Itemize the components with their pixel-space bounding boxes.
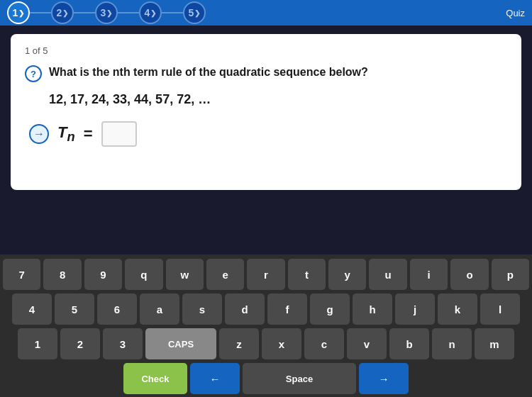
step-5[interactable]: 5 ❯: [183, 1, 206, 24]
key-1[interactable]: 1: [18, 328, 57, 359]
key-w[interactable]: w: [166, 259, 204, 290]
key-4[interactable]: 4: [12, 293, 52, 325]
key-q[interactable]: q: [125, 259, 162, 290]
question-text: What is the nth term rule of the quadrat…: [49, 65, 368, 80]
step-1[interactable]: 1 ❯: [7, 1, 30, 24]
key-2[interactable]: 2: [60, 328, 100, 359]
caps-button[interactable]: CAPS: [145, 328, 216, 359]
step-4[interactable]: 4 ❯: [139, 1, 162, 24]
quiz-label: Quiz: [506, 8, 525, 18]
key-t[interactable]: t: [288, 259, 326, 290]
question-number: 1 of 5: [25, 45, 507, 56]
key-f[interactable]: f: [267, 293, 307, 325]
key-u[interactable]: u: [369, 259, 406, 290]
keyboard: 7 8 9 q w e r t y u i o p 4 5 6 a s d f …: [0, 255, 532, 397]
step-3[interactable]: 3 ❯: [95, 1, 118, 24]
key-b[interactable]: b: [389, 328, 429, 359]
check-button[interactable]: Check: [123, 363, 187, 394]
sequence-text: 12, 17, 24, 33, 44, 57, 72, …: [49, 92, 507, 107]
answer-equals: =: [84, 125, 93, 143]
forward-button[interactable]: →: [359, 363, 409, 394]
key-3[interactable]: 3: [103, 328, 143, 359]
keyboard-row-3: 1 2 3 CAPS z x c v b n m: [3, 328, 529, 359]
question-row: ? What is the nth term rule of the quadr…: [25, 65, 507, 82]
key-8[interactable]: 8: [43, 259, 81, 290]
key-s[interactable]: s: [182, 293, 222, 325]
question-card: 1 of 5 ? What is the nth term rule of th…: [11, 34, 521, 190]
backspace-button[interactable]: ←: [190, 363, 240, 394]
keyboard-row-1: 7 8 9 q w e r t y u i o p: [3, 259, 529, 290]
key-9[interactable]: 9: [84, 259, 122, 290]
key-e[interactable]: e: [206, 259, 244, 290]
answer-input[interactable]: [101, 121, 137, 147]
key-r[interactable]: r: [247, 259, 284, 290]
key-p[interactable]: p: [492, 259, 529, 290]
answer-variable: Tn: [57, 123, 75, 145]
key-d[interactable]: d: [225, 293, 265, 325]
key-c[interactable]: c: [304, 328, 344, 359]
key-x[interactable]: x: [262, 328, 301, 359]
key-j[interactable]: j: [395, 293, 435, 325]
answer-arrow-icon: →: [29, 124, 49, 144]
key-h[interactable]: h: [353, 293, 392, 325]
step-progress: 1 ❯ 2 ❯ 3 ❯ 4 ❯ 5 ❯: [7, 1, 206, 24]
question-icon: ?: [25, 65, 42, 82]
answer-row: → Tn =: [29, 121, 507, 147]
key-l[interactable]: l: [480, 293, 520, 325]
key-k[interactable]: k: [438, 293, 477, 325]
keyboard-row-2: 4 5 6 a s d f g h j k l: [3, 293, 529, 325]
key-5[interactable]: 5: [55, 293, 94, 325]
key-6[interactable]: 6: [97, 293, 137, 325]
key-i[interactable]: i: [410, 259, 448, 290]
keyboard-bottom-row: Check ← Space →: [3, 363, 529, 397]
space-button[interactable]: Space: [243, 363, 356, 394]
step-2[interactable]: 2 ❯: [51, 1, 74, 24]
key-o[interactable]: o: [450, 259, 488, 290]
key-y[interactable]: y: [328, 259, 366, 290]
key-a[interactable]: a: [140, 293, 179, 325]
key-n[interactable]: n: [432, 328, 472, 359]
key-g[interactable]: g: [310, 293, 350, 325]
key-m[interactable]: m: [475, 328, 514, 359]
top-bar: 1 ❯ 2 ❯ 3 ❯ 4 ❯ 5 ❯ Quiz: [0, 0, 532, 26]
key-v[interactable]: v: [347, 328, 387, 359]
key-7[interactable]: 7: [3, 259, 40, 290]
key-z[interactable]: z: [219, 328, 259, 359]
